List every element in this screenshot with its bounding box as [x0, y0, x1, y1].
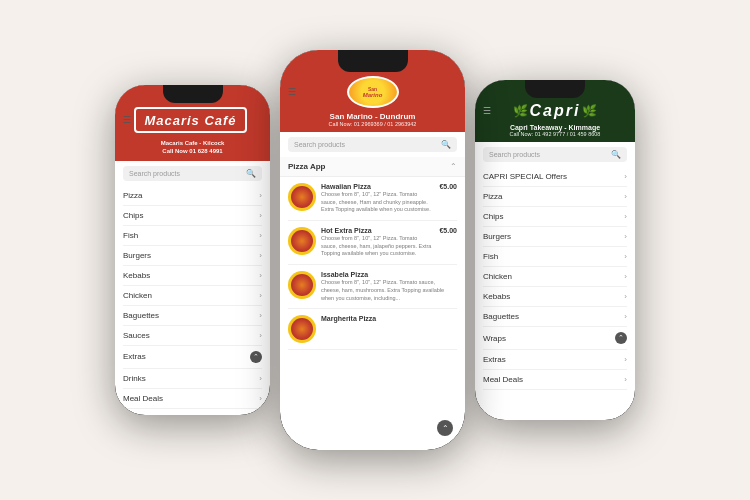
- chevron-down-icon: ›: [259, 231, 262, 240]
- pizza-name-1: Hawaiian Pizza: [321, 183, 434, 190]
- search-icon-left: 🔍: [246, 169, 256, 178]
- hamburger-icon-left[interactable]: ☰: [123, 112, 131, 128]
- sanmarino-search-text: Search products: [294, 141, 441, 148]
- chevron-down-icon: ›: [624, 355, 627, 364]
- capri-sub: Capri Takeaway - Kimmage Call Now: 01 49…: [475, 122, 635, 142]
- list-item[interactable]: Hawaiian Pizza Choose from 8", 10", 12" …: [288, 177, 457, 221]
- screen-center: ☰ San Marino San Marino - Dundrum Call N…: [280, 50, 465, 450]
- chevron-down-icon: ›: [259, 251, 262, 260]
- pizza-price-2: €5.00: [439, 227, 457, 234]
- macaris-logo-box: Macaris Café: [134, 107, 246, 133]
- list-item[interactable]: Pizza›: [123, 186, 262, 206]
- pizza-price-1: €5.00: [439, 183, 457, 190]
- capri-search-text: Search products: [489, 151, 611, 158]
- pizza-info-3: Issabela Pizza Choose from 8", 10", 12" …: [321, 271, 452, 302]
- scroll-up-button[interactable]: ⌃: [437, 420, 453, 436]
- list-item[interactable]: Margherita Pizza: [288, 309, 457, 350]
- notch-left: [163, 85, 223, 103]
- list-item[interactable]: Fish›: [123, 226, 262, 246]
- pizza-thumbnail-1: [288, 183, 316, 211]
- chevron-down-icon: ›: [259, 211, 262, 220]
- phone-left: ☰ Macaris Café Macaris Cafe - Kilcock Ca…: [115, 85, 270, 415]
- list-item[interactable]: Kebabs›: [483, 287, 627, 307]
- chevron-down-icon: ›: [259, 331, 262, 340]
- chevron-down-icon: ›: [624, 212, 627, 221]
- screen-right: ☰ 🌿 Capri 🌿 Capri Takeaway - Kimmage Cal…: [475, 80, 635, 420]
- chevron-down-icon: ›: [624, 172, 627, 181]
- search-icon-right: 🔍: [611, 150, 621, 159]
- sanmarino-logo-wrap: San Marino: [347, 76, 399, 108]
- pizza-name-3: Issabela Pizza: [321, 271, 452, 278]
- pizza-thumbnail-4: [288, 315, 316, 343]
- chevron-down-icon: ›: [624, 375, 627, 384]
- list-item[interactable]: Baguettes›: [483, 307, 627, 327]
- pizza-info-2: Hot Extra Pizza Choose from 8", 10", 12"…: [321, 227, 434, 258]
- category-label-text: Pizza App: [288, 162, 325, 171]
- list-item[interactable]: Wraps⌃: [483, 327, 627, 350]
- pizza-thumbnail-3: [288, 271, 316, 299]
- capri-logo-text: Capri: [530, 102, 581, 120]
- list-item[interactable]: Fish›: [483, 247, 627, 267]
- chevron-up-icon-cat: ⌃: [450, 162, 457, 171]
- list-item[interactable]: Chips›: [483, 207, 627, 227]
- list-item[interactable]: Issabela Pizza Choose from 8", 10", 12" …: [288, 265, 457, 309]
- list-item[interactable]: Chicken›: [123, 286, 262, 306]
- list-item[interactable]: Meal Deals›: [483, 370, 627, 390]
- sanmarino-logo: San Marino: [347, 76, 399, 108]
- list-item[interactable]: Kebabs›: [123, 266, 262, 286]
- phone-right: ☰ 🌿 Capri 🌿 Capri Takeaway - Kimmage Cal…: [475, 80, 635, 420]
- chevron-down-icon: ›: [259, 374, 262, 383]
- list-item[interactable]: Burgers›: [483, 227, 627, 247]
- list-item[interactable]: CAPRI SPECIAL Offers›: [483, 167, 627, 187]
- pizza-info-4: Margherita Pizza: [321, 315, 457, 323]
- list-item[interactable]: Chips›: [123, 206, 262, 226]
- macaris-call: Call Now 01 628 4991: [123, 147, 262, 155]
- chevron-down-icon: ›: [259, 271, 262, 280]
- list-item[interactable]: Baguettes›: [123, 306, 262, 326]
- sanmarino-category[interactable]: Pizza App ⌃: [280, 157, 465, 177]
- chevron-down-icon: ›: [259, 394, 262, 403]
- pizza-info-1: Hawaiian Pizza Choose from 8", 10", 12" …: [321, 183, 434, 214]
- macaris-search-bar[interactable]: Search products 🔍: [123, 166, 262, 181]
- capri-menu-list: CAPRI SPECIAL Offers› Pizza› Chips› Burg…: [475, 167, 635, 390]
- macaris-search-text: Search products: [129, 170, 246, 177]
- list-item[interactable]: Pizza›: [483, 187, 627, 207]
- pizza-name-4: Margherita Pizza: [321, 315, 457, 322]
- pizza-thumbnail-2: [288, 227, 316, 255]
- capri-call: Call Now: 01 492 9777 / 01 459 8608: [483, 131, 627, 137]
- list-item[interactable]: Extras›: [483, 350, 627, 370]
- list-item[interactable]: Meal Deals›: [123, 389, 262, 409]
- search-icon-center: 🔍: [441, 140, 451, 149]
- phone-center: ☰ San Marino San Marino - Dundrum Call N…: [280, 50, 465, 450]
- macaris-sub-header: Macaris Cafe - Kilcock Call Now 01 628 4…: [115, 136, 270, 161]
- pizza-name-2: Hot Extra Pizza: [321, 227, 434, 234]
- pizza-desc-3: Choose from 8", 10", 12" Pizza. Tomato s…: [321, 279, 452, 302]
- chevron-up-icon: ⌃: [250, 351, 262, 363]
- sanmarino-call: Call Now: 01 2969369 / 01 2963942: [288, 121, 457, 127]
- chevron-down-icon: ›: [624, 292, 627, 301]
- chevron-down-icon: ›: [259, 291, 262, 300]
- list-item[interactable]: Burgers›: [123, 246, 262, 266]
- list-item[interactable]: Sauces›: [123, 326, 262, 346]
- chevron-down-icon: ›: [259, 191, 262, 200]
- macaris-logo-text: Macaris Café: [144, 113, 236, 128]
- capri-logo-wrap: 🌿 Capri 🌿: [513, 102, 598, 120]
- list-item[interactable]: Chicken›: [483, 267, 627, 287]
- chevron-down-icon: ›: [259, 311, 262, 320]
- leaf-icon-right: 🌿: [582, 104, 597, 118]
- capri-search-bar[interactable]: Search products 🔍: [483, 147, 627, 162]
- chevron-down-icon: ›: [624, 192, 627, 201]
- notch-right: [525, 80, 585, 98]
- sanmarino-search-bar[interactable]: Search products 🔍: [288, 137, 457, 152]
- chevron-down-icon: ›: [624, 272, 627, 281]
- sanmarino-logo-inner: San Marino: [363, 87, 383, 98]
- list-item[interactable]: Hot Extra Pizza Choose from 8", 10", 12"…: [288, 221, 457, 265]
- hamburger-icon-center[interactable]: ☰: [288, 84, 296, 100]
- list-item[interactable]: Extras⌃: [123, 346, 262, 369]
- chevron-down-icon: ›: [624, 252, 627, 261]
- hamburger-icon-right[interactable]: ☰: [483, 103, 491, 119]
- macaris-logo-container: Macaris Café: [131, 107, 250, 133]
- list-item[interactable]: Drinks›: [123, 369, 262, 389]
- sanmarino-sub: San Marino - Dundrum Call Now: 01 296936…: [280, 110, 465, 132]
- chevron-down-icon: ›: [624, 232, 627, 241]
